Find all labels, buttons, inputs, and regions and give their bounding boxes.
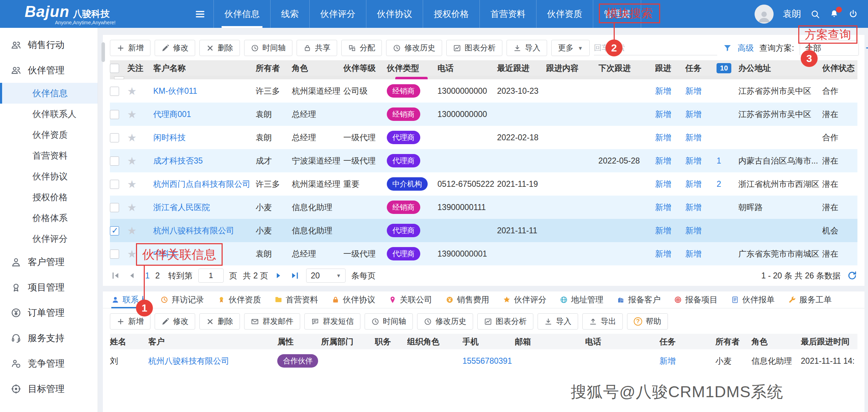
- star-icon[interactable]: ★: [127, 202, 137, 213]
- next-page-icon[interactable]: [274, 270, 284, 281]
- star-icon[interactable]: ★: [127, 85, 137, 97]
- follow-add-link[interactable]: 新增: [655, 86, 671, 96]
- star-icon[interactable]: ★: [127, 155, 137, 167]
- customer-name-link[interactable]: 浙江省人民医院: [153, 203, 210, 212]
- toolbar-button-5[interactable]: 共享: [297, 40, 337, 56]
- sidebar-group-2[interactable]: 伙伴管理: [0, 57, 98, 83]
- row-checkbox[interactable]: [110, 180, 119, 189]
- follow-add-link[interactable]: 新增: [655, 203, 671, 212]
- table-row[interactable]: ★代理商001袁朗总经理经销商13000000000新增新增江苏省苏州市吴中区潜…: [110, 103, 857, 126]
- toolbar-button-4[interactable]: 时间轴: [244, 40, 292, 56]
- sidebar-group-12[interactable]: 项目管理: [0, 275, 98, 300]
- sidebar-group-11[interactable]: 客户管理: [0, 249, 98, 275]
- toolbar-button-3[interactable]: 删除: [199, 313, 240, 330]
- sidebar-group-15[interactable]: 竞争管理: [0, 351, 98, 376]
- task-add-link[interactable]: 新增: [685, 203, 701, 212]
- hamburger-icon[interactable]: [194, 9, 206, 19]
- page-size-select[interactable]: 20 ▼: [306, 269, 346, 283]
- toolbar-button-1[interactable]: 新增: [110, 40, 150, 56]
- sidebar-group-13[interactable]: 订单管理: [0, 300, 98, 325]
- star-icon[interactable]: ★: [127, 248, 137, 260]
- toolbar-button-7[interactable]: 修改历史: [417, 313, 473, 330]
- sidebar-item-4[interactable]: 伙伴联系人: [0, 104, 98, 124]
- table-row[interactable]: ★杭州八骏科技有限公司小麦信息化助理代理商2021-11-11新增新增机会: [110, 219, 857, 242]
- power-icon[interactable]: [848, 9, 858, 19]
- sidebar-item-3[interactable]: 伙伴信息: [0, 83, 98, 104]
- detail-tab-9[interactable]: 地址管理: [560, 291, 603, 308]
- detail-tab-11[interactable]: 报备项目: [674, 291, 718, 308]
- scrollbar-thumb[interactable]: [101, 42, 105, 62]
- detail-tab-3[interactable]: 伙伴资质: [217, 291, 261, 308]
- user-name[interactable]: 袁朗: [783, 8, 801, 20]
- task-add-link[interactable]: 新增: [685, 110, 701, 119]
- row-checkbox[interactable]: [110, 110, 119, 119]
- select-all-checkbox[interactable]: [110, 64, 119, 73]
- nav-tab-4[interactable]: 伙伴协议: [366, 0, 423, 28]
- star-icon[interactable]: ★: [127, 109, 137, 120]
- table-row[interactable]: ★闲时科技袁朗总经理一级代理代理商2022-02-18新增新增合作: [110, 126, 857, 149]
- nav-tab-6[interactable]: 首营资料: [479, 0, 536, 28]
- toolbar-button-2[interactable]: 修改: [155, 313, 195, 330]
- follow-add-link[interactable]: 新增: [655, 249, 671, 258]
- last-page-icon[interactable]: [290, 270, 300, 281]
- plan-add-icon[interactable]: [864, 43, 868, 53]
- sidebar-item-7[interactable]: 伙伴协议: [0, 166, 98, 187]
- toolbar-button-11[interactable]: ?帮助: [627, 313, 668, 330]
- toolbar-button-9[interactable]: 导入: [538, 313, 578, 330]
- follow-add-link[interactable]: 新增: [655, 179, 671, 189]
- toolbar-button-5[interactable]: 群发短信: [304, 313, 360, 330]
- toolbar-button-7[interactable]: 修改历史: [386, 40, 442, 56]
- detail-tab-5[interactable]: 伙伴协议: [331, 291, 375, 308]
- customer-name-link[interactable]: 杭州八骏科技有限公司: [153, 226, 234, 235]
- detail-tab-12[interactable]: 伙伴报单: [731, 291, 775, 308]
- sidebar-item-10[interactable]: 伙伴评分: [0, 228, 98, 249]
- task-add-link[interactable]: 新增: [685, 133, 701, 142]
- row-checkbox[interactable]: [110, 226, 119, 235]
- toolbar-button-3[interactable]: 删除: [199, 40, 240, 56]
- nav-tab-5[interactable]: 授权价格: [423, 0, 479, 28]
- toolbar-button-10[interactable]: 导出: [582, 313, 623, 330]
- detail-tab-13[interactable]: 服务工单: [788, 291, 832, 308]
- customer-name-link[interactable]: 闲时科技: [153, 133, 186, 142]
- toolbar-button-8[interactable]: 图表分析: [446, 40, 502, 56]
- row-checkbox[interactable]: [110, 250, 119, 259]
- table-row[interactable]: ★杭州西门点自科技有限公司许三多杭州渠道经理重要中介机构0512-6750522…: [110, 172, 857, 196]
- star-icon[interactable]: ★: [127, 178, 137, 190]
- first-page-icon[interactable]: [110, 270, 120, 281]
- table-row[interactable]: ★浙江省人民医院小麦信息化助理经销商13900000111新增新增朝晖路潜在: [110, 196, 857, 219]
- row-checkbox[interactable]: [110, 133, 119, 142]
- sidebar-item-8[interactable]: 授权价格: [0, 187, 98, 208]
- row-checkbox[interactable]: [110, 87, 119, 96]
- detail-tab-7[interactable]: 销售费用: [446, 291, 489, 308]
- toolbar-button-6[interactable]: 分配: [341, 40, 382, 56]
- row-checkbox[interactable]: [110, 156, 119, 166]
- count-link[interactable]: 1: [717, 156, 721, 165]
- toolbar-button-2[interactable]: 修改: [155, 40, 195, 56]
- prev-page-icon[interactable]: [126, 270, 137, 281]
- sidebar-item-5[interactable]: 伙伴资质: [0, 124, 98, 145]
- sidebar-group-14[interactable]: 服务支持: [0, 325, 98, 351]
- detail-tab-8[interactable]: 伙伴评分: [503, 291, 546, 308]
- detail-tab-6[interactable]: 关联公司: [389, 291, 432, 308]
- task-add-link[interactable]: 新增: [685, 86, 701, 96]
- customer-name-link[interactable]: KM-伙伴011: [153, 86, 197, 96]
- row-checkbox[interactable]: [110, 203, 119, 212]
- advanced-search-link[interactable]: 高级: [738, 43, 754, 54]
- toolbar-button-9[interactable]: 导入: [507, 40, 547, 56]
- count-link[interactable]: 2: [717, 179, 721, 189]
- detail-tab-10[interactable]: 报备客户: [617, 291, 661, 308]
- detail-tab-4[interactable]: 首营资料: [274, 291, 318, 308]
- star-icon[interactable]: ★: [127, 225, 137, 236]
- filter-funnel-icon[interactable]: [723, 43, 732, 53]
- task-add-link[interactable]: 新增: [685, 179, 701, 189]
- refresh-icon[interactable]: [847, 270, 857, 281]
- toolbar-button-6[interactable]: 时间轴: [365, 313, 413, 330]
- nav-tab-7[interactable]: 伙伴资质: [536, 0, 593, 28]
- task-add-link[interactable]: 新增: [685, 226, 701, 235]
- toolbar-button-10[interactable]: 更多▼: [551, 40, 590, 56]
- goto-page-input[interactable]: [198, 269, 224, 283]
- contact-task-add-link[interactable]: 新增: [659, 356, 676, 365]
- table-row[interactable]: ★KM-伙伴011许三多杭州渠道经理公司级经销商130000000002023-…: [110, 79, 857, 103]
- bell-icon[interactable]: [829, 9, 839, 19]
- task-add-link[interactable]: 新增: [685, 156, 701, 165]
